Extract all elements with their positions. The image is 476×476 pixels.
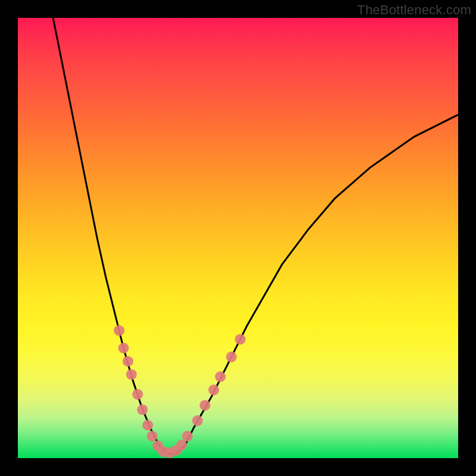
data-marker bbox=[114, 325, 124, 336]
bottleneck-curve bbox=[53, 18, 458, 454]
data-marker bbox=[118, 343, 129, 353]
data-marker bbox=[176, 440, 187, 450]
data-marker bbox=[226, 352, 237, 362]
data-marker bbox=[147, 431, 158, 441]
data-marker bbox=[235, 334, 246, 345]
data-marker bbox=[142, 420, 153, 431]
chart-plot-area bbox=[18, 18, 458, 458]
data-marker bbox=[182, 431, 193, 441]
data-marker bbox=[208, 384, 219, 395]
data-marker bbox=[200, 400, 211, 411]
data-marker bbox=[126, 369, 137, 380]
chart-svg bbox=[18, 18, 458, 458]
data-marker bbox=[132, 389, 143, 400]
marker-layer bbox=[114, 325, 246, 458]
data-marker bbox=[192, 415, 203, 426]
data-marker bbox=[215, 371, 226, 382]
watermark-text: TheBottleneck.com bbox=[357, 2, 471, 18]
chart-frame: TheBottleneck.com bbox=[0, 0, 476, 476]
curve-layer bbox=[53, 18, 458, 454]
data-marker bbox=[137, 405, 148, 415]
data-marker bbox=[123, 356, 133, 367]
